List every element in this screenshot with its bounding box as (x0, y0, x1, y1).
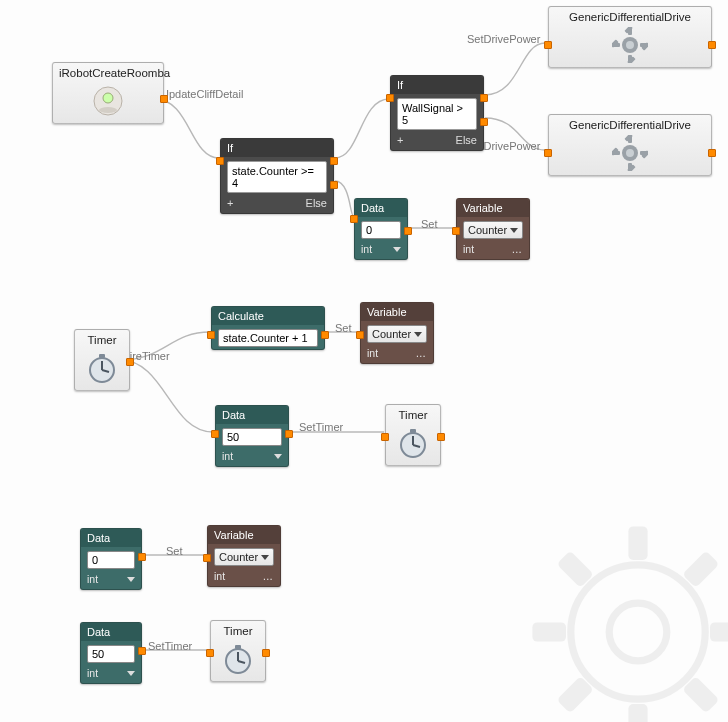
variable-block-2[interactable]: Variable Counter int … (360, 302, 434, 364)
variable-selected: Counter (372, 328, 411, 340)
chevron-down-icon (261, 555, 269, 560)
gear-icon (612, 27, 648, 63)
activity-title: GenericDifferentialDrive (555, 119, 705, 131)
watermark-gear-icon (518, 512, 728, 722)
svg-rect-28 (628, 704, 647, 722)
chevron-down-icon (510, 228, 518, 233)
if-block-wallsignal[interactable]: If WallSignal > 5 + Else (390, 75, 484, 151)
activity-title: Timer (81, 334, 123, 346)
variable-block-1[interactable]: Variable Counter int … (456, 198, 530, 260)
activity-roomba[interactable]: iRobotCreateRoomba (52, 62, 164, 124)
chevron-down-icon[interactable] (127, 671, 135, 676)
chevron-down-icon[interactable] (393, 247, 401, 252)
if-condition-input[interactable]: WallSignal > 5 (397, 98, 477, 130)
variable-type-label: int (367, 347, 378, 359)
data-block-zero-2[interactable]: Data 0 int (80, 528, 142, 590)
if-header: If (221, 139, 333, 157)
svg-rect-34 (682, 676, 719, 713)
variable-selected: Counter (468, 224, 507, 236)
svg-rect-27 (628, 526, 647, 560)
variable-combo[interactable]: Counter (463, 221, 523, 239)
wire-label-set-1: Set (421, 218, 438, 230)
activity-title: Timer (217, 625, 259, 637)
wire-label-setdrivepower-1: SetDrivePower (467, 33, 540, 45)
svg-rect-31 (682, 551, 719, 588)
svg-point-25 (571, 565, 705, 699)
data-block-50-1[interactable]: Data 50 int (215, 405, 289, 467)
chevron-down-icon[interactable] (127, 577, 135, 582)
data-block-50-2[interactable]: Data 50 int (80, 622, 142, 684)
if-else-label: Else (456, 134, 477, 146)
if-else-label: Else (306, 197, 327, 209)
ellipsis-icon[interactable]: … (263, 570, 275, 582)
activity-title: Timer (392, 409, 434, 421)
wire-label-set-3: Set (166, 545, 183, 557)
variable-combo[interactable]: Counter (214, 548, 274, 566)
activity-diffdrive-1[interactable]: GenericDifferentialDrive (548, 6, 712, 68)
if-header: If (391, 76, 483, 94)
data-type-label: int (87, 573, 98, 585)
wire-label-set-2: Set (335, 322, 352, 334)
svg-rect-32 (557, 676, 594, 713)
svg-rect-22 (235, 645, 241, 649)
if-condition-input[interactable]: state.Counter >= 4 (227, 161, 327, 193)
data-type-label: int (87, 667, 98, 679)
wire-label-updatecliff: UpdateCliffDetail (161, 88, 243, 100)
svg-point-11 (103, 93, 113, 103)
activity-timer-2[interactable]: Timer (385, 404, 441, 466)
data-value-input[interactable]: 0 (87, 551, 135, 569)
if-add-icon[interactable]: + (397, 134, 403, 146)
chevron-down-icon[interactable] (274, 454, 282, 459)
activity-timer-1[interactable]: Timer (74, 329, 130, 391)
activity-diffdrive-2[interactable]: GenericDifferentialDrive (548, 114, 712, 176)
data-value-input[interactable]: 50 (87, 645, 135, 663)
calculate-header: Calculate (212, 307, 324, 325)
data-value-input[interactable]: 0 (361, 221, 401, 239)
wire-label-settimer-1: SetTimer (299, 421, 343, 433)
ellipsis-icon[interactable]: … (512, 243, 524, 255)
if-block-counter[interactable]: If state.Counter >= 4 + Else (220, 138, 334, 214)
variable-header: Variable (361, 303, 433, 321)
calculate-block[interactable]: Calculate state.Counter + 1 (211, 306, 325, 350)
variable-combo[interactable]: Counter (367, 325, 427, 343)
chevron-down-icon (414, 332, 422, 337)
data-header: Data (81, 623, 141, 641)
calculate-expr-input[interactable]: state.Counter + 1 (218, 329, 318, 347)
svg-rect-30 (710, 622, 728, 641)
clock-icon (220, 641, 256, 677)
variable-block-3[interactable]: Variable Counter int … (207, 525, 281, 587)
clock-icon (84, 350, 120, 386)
activity-title: GenericDifferentialDrive (555, 11, 705, 23)
svg-rect-33 (557, 551, 594, 588)
data-block-zero-1[interactable]: Data 0 int (354, 198, 408, 260)
if-add-icon[interactable]: + (227, 197, 233, 209)
svg-rect-29 (532, 622, 566, 641)
data-header: Data (355, 199, 407, 217)
wire-label-settimer-2: SetTimer (148, 640, 192, 652)
variable-selected: Counter (219, 551, 258, 563)
svg-point-26 (609, 603, 667, 661)
svg-rect-18 (410, 429, 416, 433)
clock-icon (395, 425, 431, 461)
roomba-icon (90, 83, 126, 119)
data-type-label: int (361, 243, 372, 255)
gear-icon (612, 135, 648, 171)
variable-type-label: int (463, 243, 474, 255)
variable-header: Variable (457, 199, 529, 217)
activity-title: iRobotCreateRoomba (59, 67, 157, 79)
svg-point-12 (99, 107, 117, 113)
variable-type-label: int (214, 570, 225, 582)
data-header: Data (81, 529, 141, 547)
variable-header: Variable (208, 526, 280, 544)
activity-timer-3[interactable]: Timer (210, 620, 266, 682)
data-value-input[interactable]: 50 (222, 428, 282, 446)
data-type-label: int (222, 450, 233, 462)
data-header: Data (216, 406, 288, 424)
svg-rect-14 (99, 354, 105, 358)
ellipsis-icon[interactable]: … (416, 347, 428, 359)
